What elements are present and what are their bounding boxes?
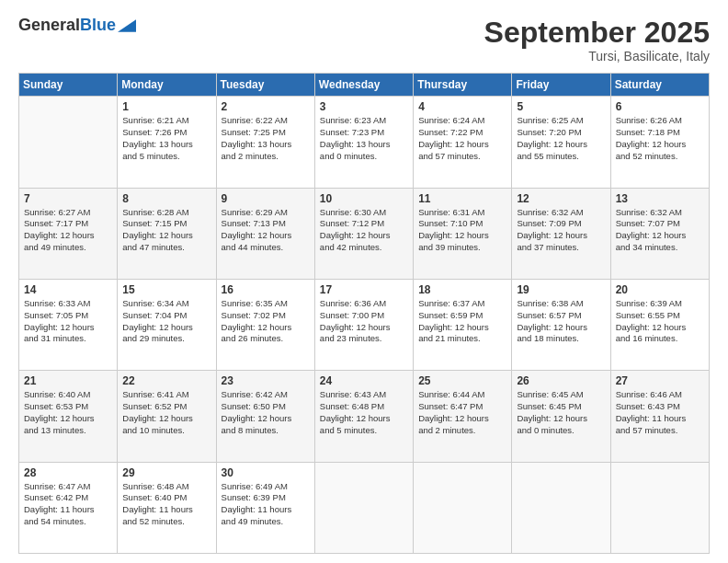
week-row-5: 28Sunrise: 6:47 AM Sunset: 6:42 PM Dayli… [19, 462, 710, 553]
svg-marker-0 [118, 19, 136, 31]
table-row [414, 462, 512, 553]
table-row: 15Sunrise: 6:34 AM Sunset: 7:04 PM Dayli… [118, 279, 216, 370]
day-number: 27 [616, 374, 704, 387]
day-info: Sunrise: 6:43 AM Sunset: 6:48 PM Dayligh… [320, 389, 408, 436]
table-row: 22Sunrise: 6:41 AM Sunset: 6:52 PM Dayli… [118, 371, 216, 462]
day-number: 3 [320, 100, 408, 113]
day-info: Sunrise: 6:49 AM Sunset: 6:39 PM Dayligh… [222, 481, 310, 528]
table-row: 2Sunrise: 6:22 AM Sunset: 7:25 PM Daylig… [216, 97, 314, 188]
day-number: 10 [320, 192, 408, 205]
day-number: 29 [122, 466, 210, 479]
table-row: 26Sunrise: 6:45 AM Sunset: 6:45 PM Dayli… [512, 371, 610, 462]
table-row: 7Sunrise: 6:27 AM Sunset: 7:17 PM Daylig… [19, 188, 118, 279]
day-info: Sunrise: 6:40 AM Sunset: 6:53 PM Dayligh… [24, 389, 112, 436]
table-row: 10Sunrise: 6:30 AM Sunset: 7:12 PM Dayli… [314, 188, 413, 279]
day-number: 30 [222, 466, 310, 479]
header-tuesday: Tuesday [216, 74, 314, 97]
logo-general: GeneralBlue [18, 17, 116, 35]
table-row: 12Sunrise: 6:32 AM Sunset: 7:09 PM Dayli… [512, 188, 610, 279]
table-row: 24Sunrise: 6:43 AM Sunset: 6:48 PM Dayli… [314, 371, 413, 462]
table-row: 17Sunrise: 6:36 AM Sunset: 7:00 PM Dayli… [314, 279, 413, 370]
day-info: Sunrise: 6:32 AM Sunset: 7:09 PM Dayligh… [517, 207, 605, 254]
day-info: Sunrise: 6:22 AM Sunset: 7:25 PM Dayligh… [222, 115, 310, 162]
day-info: Sunrise: 6:29 AM Sunset: 7:13 PM Dayligh… [222, 207, 310, 254]
month-title: September 2025 [484, 17, 710, 49]
table-row: 4Sunrise: 6:24 AM Sunset: 7:22 PM Daylig… [414, 97, 512, 188]
table-row: 19Sunrise: 6:38 AM Sunset: 6:57 PM Dayli… [512, 279, 610, 370]
day-number: 1 [122, 100, 210, 113]
table-row: 30Sunrise: 6:49 AM Sunset: 6:39 PM Dayli… [216, 462, 314, 553]
day-info: Sunrise: 6:27 AM Sunset: 7:17 PM Dayligh… [24, 207, 112, 254]
day-number: 8 [122, 192, 210, 205]
day-number: 9 [222, 192, 310, 205]
day-info: Sunrise: 6:23 AM Sunset: 7:23 PM Dayligh… [320, 115, 408, 162]
table-row: 6Sunrise: 6:26 AM Sunset: 7:18 PM Daylig… [610, 97, 709, 188]
table-row: 14Sunrise: 6:33 AM Sunset: 7:05 PM Dayli… [19, 279, 118, 370]
header-sunday: Sunday [19, 74, 118, 97]
day-number: 22 [122, 374, 210, 387]
header-saturday: Saturday [610, 74, 709, 97]
table-row: 28Sunrise: 6:47 AM Sunset: 6:42 PM Dayli… [19, 462, 118, 553]
table-row [19, 97, 118, 188]
day-info: Sunrise: 6:33 AM Sunset: 7:05 PM Dayligh… [24, 298, 112, 345]
day-number: 24 [320, 374, 408, 387]
day-info: Sunrise: 6:31 AM Sunset: 7:10 PM Dayligh… [418, 207, 506, 254]
table-row: 1Sunrise: 6:21 AM Sunset: 7:26 PM Daylig… [118, 97, 216, 188]
weekday-header-row: Sunday Monday Tuesday Wednesday Thursday… [19, 74, 710, 97]
day-info: Sunrise: 6:42 AM Sunset: 6:50 PM Dayligh… [222, 389, 310, 436]
table-row: 25Sunrise: 6:44 AM Sunset: 6:47 PM Dayli… [414, 371, 512, 462]
table-row: 9Sunrise: 6:29 AM Sunset: 7:13 PM Daylig… [216, 188, 314, 279]
table-row: 21Sunrise: 6:40 AM Sunset: 6:53 PM Dayli… [19, 371, 118, 462]
day-number: 7 [24, 192, 112, 205]
day-info: Sunrise: 6:39 AM Sunset: 6:55 PM Dayligh… [616, 298, 704, 345]
day-number: 25 [418, 374, 506, 387]
day-number: 13 [616, 192, 704, 205]
day-info: Sunrise: 6:21 AM Sunset: 7:26 PM Dayligh… [122, 115, 210, 162]
table-row: 23Sunrise: 6:42 AM Sunset: 6:50 PM Dayli… [216, 371, 314, 462]
day-info: Sunrise: 6:46 AM Sunset: 6:43 PM Dayligh… [616, 389, 704, 436]
day-number: 23 [222, 374, 310, 387]
day-number: 17 [320, 283, 408, 296]
day-number: 15 [122, 283, 210, 296]
logo-icon [118, 19, 136, 32]
day-info: Sunrise: 6:30 AM Sunset: 7:12 PM Dayligh… [320, 207, 408, 254]
day-info: Sunrise: 6:34 AM Sunset: 7:04 PM Dayligh… [122, 298, 210, 345]
table-row: 18Sunrise: 6:37 AM Sunset: 6:59 PM Dayli… [414, 279, 512, 370]
table-row: 5Sunrise: 6:25 AM Sunset: 7:20 PM Daylig… [512, 97, 610, 188]
week-row-4: 21Sunrise: 6:40 AM Sunset: 6:53 PM Dayli… [19, 371, 710, 462]
page: GeneralBlue September 2025 Tursi, Basili… [0, 0, 728, 563]
day-number: 5 [517, 100, 605, 113]
day-number: 14 [24, 283, 112, 296]
logo: GeneralBlue [18, 17, 136, 35]
day-number: 4 [418, 100, 506, 113]
day-info: Sunrise: 6:26 AM Sunset: 7:18 PM Dayligh… [616, 115, 704, 162]
table-row [314, 462, 413, 553]
day-number: 12 [517, 192, 605, 205]
day-info: Sunrise: 6:45 AM Sunset: 6:45 PM Dayligh… [517, 389, 605, 436]
day-info: Sunrise: 6:37 AM Sunset: 6:59 PM Dayligh… [418, 298, 506, 345]
day-number: 16 [222, 283, 310, 296]
day-info: Sunrise: 6:44 AM Sunset: 6:47 PM Dayligh… [418, 389, 506, 436]
day-number: 20 [616, 283, 704, 296]
day-info: Sunrise: 6:47 AM Sunset: 6:42 PM Dayligh… [24, 481, 112, 528]
day-number: 21 [24, 374, 112, 387]
table-row: 16Sunrise: 6:35 AM Sunset: 7:02 PM Dayli… [216, 279, 314, 370]
header-friday: Friday [512, 74, 610, 97]
day-number: 19 [517, 283, 605, 296]
calendar: Sunday Monday Tuesday Wednesday Thursday… [18, 73, 710, 554]
day-info: Sunrise: 6:28 AM Sunset: 7:15 PM Dayligh… [122, 207, 210, 254]
day-number: 6 [616, 100, 704, 113]
day-info: Sunrise: 6:36 AM Sunset: 7:00 PM Dayligh… [320, 298, 408, 345]
day-number: 28 [24, 466, 112, 479]
table-row [610, 462, 709, 553]
day-info: Sunrise: 6:35 AM Sunset: 7:02 PM Dayligh… [222, 298, 310, 345]
table-row: 20Sunrise: 6:39 AM Sunset: 6:55 PM Dayli… [610, 279, 709, 370]
header-wednesday: Wednesday [314, 74, 413, 97]
header-monday: Monday [118, 74, 216, 97]
header-thursday: Thursday [414, 74, 512, 97]
week-row-2: 7Sunrise: 6:27 AM Sunset: 7:17 PM Daylig… [19, 188, 710, 279]
week-row-1: 1Sunrise: 6:21 AM Sunset: 7:26 PM Daylig… [19, 97, 710, 188]
day-info: Sunrise: 6:25 AM Sunset: 7:20 PM Dayligh… [517, 115, 605, 162]
day-info: Sunrise: 6:48 AM Sunset: 6:40 PM Dayligh… [122, 481, 210, 528]
table-row [512, 462, 610, 553]
